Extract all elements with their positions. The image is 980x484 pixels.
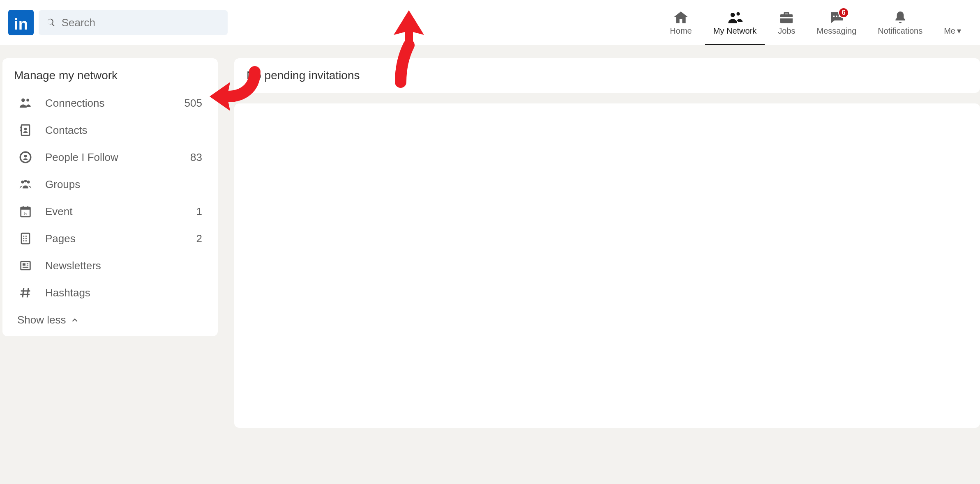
sidebar-item-count: 83 <box>190 151 206 164</box>
main-panel: No pending invitations <box>234 58 980 428</box>
search-icon <box>46 17 56 28</box>
sidebar-item-newsletters[interactable]: Newsletters <box>2 252 218 279</box>
top-nav-bar: in Home My Network Jobs 6 <box>0 0 980 45</box>
nav-home[interactable]: Home <box>659 0 702 45</box>
nav-me-label: Me▾ <box>944 26 961 36</box>
sidebar-item-label: People I Follow <box>45 151 190 164</box>
groups-icon <box>17 177 34 191</box>
contacts-icon <box>17 123 34 137</box>
nav-me[interactable]: Me▾ <box>933 0 972 45</box>
linkedin-logo-text: in <box>14 16 28 35</box>
sidebar-item-count: 505 <box>184 97 206 110</box>
sidebar-item-label: Pages <box>45 232 196 245</box>
caret-down-icon: ▾ <box>957 26 961 36</box>
people-icon <box>727 9 743 26</box>
messaging-badge: 6 <box>838 7 849 18</box>
sidebar-item-label: Connections <box>45 97 184 110</box>
svg-point-5 <box>21 99 25 102</box>
primary-nav: Home My Network Jobs 6 Messaging <box>659 0 972 45</box>
page-body: Manage my network Connections 505 Contac… <box>0 45 980 428</box>
nav-messaging[interactable]: 6 Messaging <box>806 0 867 45</box>
sidebar-item-count: 2 <box>196 232 206 245</box>
svg-rect-24 <box>23 238 24 239</box>
nav-my-network[interactable]: My Network <box>703 0 768 45</box>
svg-rect-29 <box>23 263 25 266</box>
svg-point-8 <box>24 128 27 130</box>
svg-rect-25 <box>25 238 27 239</box>
show-less-label: Show less <box>17 314 66 326</box>
suggestions-card <box>234 103 980 428</box>
sidebar-item-hashtags[interactable]: Hashtags <box>2 279 218 306</box>
manage-network-sidebar: Manage my network Connections 505 Contac… <box>2 58 218 336</box>
follow-icon <box>17 150 34 164</box>
svg-point-14 <box>27 181 30 184</box>
svg-rect-19 <box>27 206 28 209</box>
svg-rect-26 <box>23 240 24 241</box>
sidebar-list: Connections 505 Contacts People I Follow… <box>2 89 218 306</box>
svg-rect-23 <box>25 236 27 237</box>
event-icon: 5 <box>17 204 34 218</box>
nav-jobs[interactable]: Jobs <box>767 0 806 45</box>
sidebar-item-label: Groups <box>45 178 202 191</box>
nav-notifications-label: Notifications <box>878 26 922 36</box>
no-pending-invitations-text: No pending invitations <box>247 69 968 82</box>
svg-rect-32 <box>27 265 28 266</box>
nav-home-label: Home <box>670 26 692 36</box>
search-input[interactable] <box>62 16 220 29</box>
show-less-toggle[interactable]: Show less <box>2 306 218 328</box>
sidebar-item-label: Hashtags <box>45 287 202 299</box>
search-box[interactable] <box>39 10 228 35</box>
sidebar-item-contacts[interactable]: Contacts <box>2 117 218 144</box>
svg-rect-17 <box>21 207 30 210</box>
svg-point-6 <box>26 99 29 102</box>
sidebar-item-event[interactable]: 5 Event 1 <box>2 198 218 225</box>
nav-messaging-label: Messaging <box>817 26 857 36</box>
chevron-up-icon <box>70 316 79 325</box>
nav-notifications[interactable]: Notifications <box>867 0 933 45</box>
svg-point-3 <box>836 15 837 17</box>
sidebar-item-pages[interactable]: Pages 2 <box>2 225 218 252</box>
svg-text:5: 5 <box>24 211 27 216</box>
svg-rect-9 <box>20 127 21 128</box>
svg-rect-30 <box>23 267 28 268</box>
sidebar-item-label: Event <box>45 205 196 218</box>
bell-icon <box>892 9 909 26</box>
home-icon <box>673 9 689 26</box>
nav-my-network-label: My Network <box>713 26 757 36</box>
svg-rect-27 <box>25 240 27 241</box>
invitations-card: No pending invitations <box>234 58 980 93</box>
pages-icon <box>17 232 34 245</box>
linkedin-logo[interactable]: in <box>8 10 34 35</box>
svg-point-15 <box>24 180 27 182</box>
svg-point-13 <box>21 181 24 184</box>
svg-point-12 <box>24 155 27 158</box>
svg-rect-22 <box>23 236 24 237</box>
svg-rect-18 <box>23 206 24 209</box>
newsletters-icon <box>17 259 34 273</box>
sidebar-item-count: 1 <box>196 205 206 218</box>
nav-jobs-label: Jobs <box>778 26 795 36</box>
briefcase-icon <box>778 9 795 26</box>
svg-rect-10 <box>20 130 21 131</box>
sidebar-title: Manage my network <box>2 69 218 89</box>
hashtags-icon <box>17 286 34 300</box>
svg-rect-31 <box>27 263 28 264</box>
sidebar-item-label: Contacts <box>45 124 202 137</box>
sidebar-item-groups[interactable]: Groups <box>2 171 218 198</box>
connections-icon <box>17 96 34 110</box>
sidebar-item-label: Newsletters <box>45 259 202 272</box>
svg-point-2 <box>833 15 835 17</box>
sidebar-item-people-i-follow[interactable]: People I Follow 83 <box>2 144 218 171</box>
svg-point-0 <box>730 13 735 17</box>
svg-point-1 <box>736 12 740 15</box>
sidebar-item-connections[interactable]: Connections 505 <box>2 89 218 117</box>
